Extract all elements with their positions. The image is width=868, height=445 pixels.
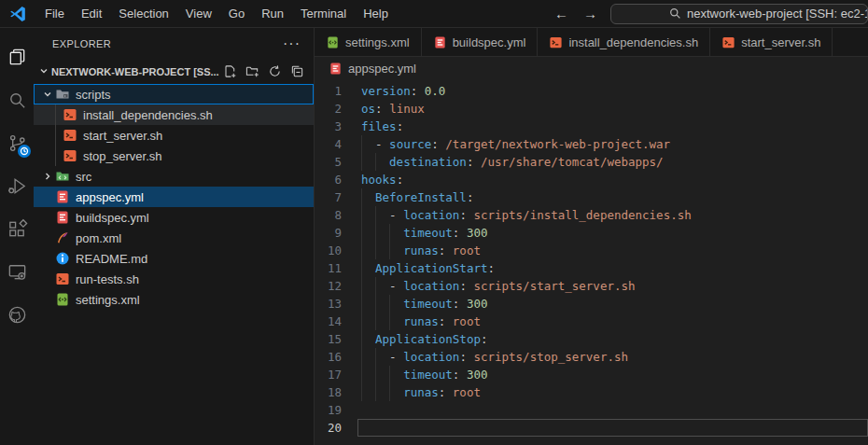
code-line[interactable]: 17timeout: 300 xyxy=(315,366,868,383)
tree-item-stop-server-sh[interactable]: stop_server.sh xyxy=(34,146,314,166)
tree-item-readme-md[interactable]: README.md xyxy=(34,248,314,269)
indent-guide xyxy=(361,206,375,224)
collapse-all-icon[interactable] xyxy=(290,64,304,80)
code-line[interactable]: 7BeforeInstall: xyxy=(315,188,868,206)
yaml-icon xyxy=(55,189,70,204)
code-line[interactable]: 10runas: root xyxy=(315,242,868,259)
line-number: 14 xyxy=(315,313,357,330)
code-line[interactable]: 9timeout: 300 xyxy=(315,224,868,242)
tab-settings-xml[interactable]: settings.xml xyxy=(315,28,422,56)
code-line-text: destination: /usr/share/tomcat/webapps/ xyxy=(357,153,868,171)
code-line[interactable]: 3files: xyxy=(315,118,868,135)
tab-buildspec-yml[interactable]: buildspec.yml xyxy=(422,28,539,56)
menu-selection[interactable]: Selection xyxy=(110,4,176,23)
tree-item-install-dependencies-sh[interactable]: install_dependencies.sh xyxy=(34,104,314,125)
line-number: 4 xyxy=(315,135,357,153)
tree-indent-guide xyxy=(55,104,56,166)
tree-item-scripts[interactable]: scripts xyxy=(34,84,314,104)
code-line-text xyxy=(357,419,868,437)
line-number: 3 xyxy=(315,118,357,135)
shell-icon xyxy=(549,35,563,49)
code-line[interactable]: 20 xyxy=(315,419,868,437)
tree-item-run-tests-sh[interactable]: run-tests.sh xyxy=(34,269,314,289)
search-icon xyxy=(669,7,681,20)
indent-guide xyxy=(361,259,375,277)
code-line[interactable]: 4- source: /target/nextwork-web-project.… xyxy=(315,135,868,153)
code-line[interactable]: 12- location: scripts/start_server.sh xyxy=(315,277,868,295)
line-number: 19 xyxy=(315,401,357,419)
activity-source-control-icon[interactable] xyxy=(0,121,34,164)
tab-bar: settings.xmlbuildspec.ymlinstall_depende… xyxy=(315,28,868,57)
tree-item-label: README.md xyxy=(76,252,147,266)
activity-search-icon[interactable] xyxy=(0,78,34,121)
code-line[interactable]: 2os: linux xyxy=(315,100,868,118)
more-actions-icon[interactable]: ··· xyxy=(283,35,301,52)
menu-run[interactable]: Run xyxy=(253,4,292,23)
indent-guide xyxy=(389,295,403,313)
breadcrumb[interactable]: appspec.yml xyxy=(315,57,868,80)
breadcrumb-label: appspec.yml xyxy=(348,62,416,76)
refresh-icon[interactable] xyxy=(268,64,282,80)
code-line[interactable]: 11ApplicationStart: xyxy=(315,259,868,277)
code-line[interactable]: 6hooks: xyxy=(315,171,868,188)
menu-edit[interactable]: Edit xyxy=(73,4,110,23)
menu-help[interactable]: Help xyxy=(355,4,397,23)
explorer-title: EXPLORER xyxy=(52,38,111,49)
project-root-row[interactable]: NEXTWORK-WEB-PROJECT [SS... xyxy=(34,60,314,84)
menu-terminal[interactable]: Terminal xyxy=(292,4,355,23)
tree-item-buildspec-yml[interactable]: buildspec.yml xyxy=(34,207,314,228)
new-file-icon[interactable] xyxy=(223,64,237,80)
indent-guide xyxy=(375,313,389,330)
search-text: nextwork-web-project [SSH: ec2-13- xyxy=(687,7,868,21)
code-line[interactable]: 16- location: scripts/stop_server.sh xyxy=(315,348,868,366)
code-line[interactable]: 1version: 0.0 xyxy=(315,82,868,100)
code-line[interactable]: 13timeout: 300 xyxy=(315,295,868,313)
yaml-file-icon xyxy=(329,62,343,76)
folder-src-icon xyxy=(55,169,70,184)
command-center-search[interactable]: nextwork-web-project [SSH: ec2-13- xyxy=(610,4,868,24)
activity-extensions-icon[interactable] xyxy=(0,207,34,250)
title-bar: FileEditSelectionViewGoRunTerminalHelp ←… xyxy=(0,0,868,28)
tree-item-label: buildspec.yml xyxy=(76,211,149,225)
activity-run-debug-icon[interactable] xyxy=(0,164,34,207)
new-folder-icon[interactable] xyxy=(245,64,259,80)
tree-item-label: src xyxy=(76,170,91,184)
tree-item-appspec-yml[interactable]: appspec.yml xyxy=(34,187,314,207)
activity-github-icon[interactable] xyxy=(0,293,34,336)
file-tree: scriptsinstall_dependencies.shstart_serv… xyxy=(34,84,314,310)
code-line-text: hooks: xyxy=(357,171,868,188)
code-line[interactable]: 15ApplicationStop: xyxy=(315,330,868,348)
indent-guide xyxy=(375,153,389,171)
indent-guide xyxy=(375,277,389,295)
code-line[interactable]: 5destination: /usr/share/tomcat/webapps/ xyxy=(315,153,868,171)
tab-start-server-sh[interactable]: start_server.sh xyxy=(710,28,833,56)
nav-back-arrow[interactable]: ← xyxy=(554,6,568,21)
indent-guide xyxy=(389,313,403,330)
indent-guide xyxy=(361,188,375,206)
tree-item-settings-xml[interactable]: settings.xml xyxy=(34,289,314,310)
activity-explorer-icon[interactable] xyxy=(0,35,34,78)
tab-install-dependencies-sh[interactable]: install_dependencies.sh xyxy=(538,28,710,56)
menu-file[interactable]: File xyxy=(36,4,73,23)
code-line[interactable]: 19 xyxy=(315,401,868,419)
shell-icon xyxy=(63,148,77,163)
code-line[interactable]: 18runas: root xyxy=(315,383,868,401)
indent-guide xyxy=(361,366,375,383)
tree-item-pom-xml[interactable]: pom.xml xyxy=(34,228,314,248)
menu-go[interactable]: Go xyxy=(220,4,253,23)
code-line[interactable]: 8- location: scripts/install_dependencie… xyxy=(315,206,868,224)
code-line-text: ApplicationStart: xyxy=(357,259,868,277)
tree-item-src[interactable]: src xyxy=(34,166,314,187)
tab-label: install_dependencies.sh xyxy=(568,35,698,49)
menu-view[interactable]: View xyxy=(177,4,220,23)
code-line-text: - location: scripts/start_server.sh xyxy=(357,277,868,295)
code-editor[interactable]: 1version: 0.02os: linux3files:4- source:… xyxy=(315,80,868,445)
nav-forward-arrow[interactable]: → xyxy=(583,6,597,21)
tree-item-start-server-sh[interactable]: start_server.sh xyxy=(34,125,314,146)
activity-remote-explorer-icon[interactable] xyxy=(0,250,34,293)
activity-bar xyxy=(0,28,34,445)
code-line[interactable]: 14runas: root xyxy=(315,313,868,330)
indent-guide xyxy=(361,383,375,401)
pom-icon xyxy=(55,230,70,245)
line-number: 5 xyxy=(315,153,357,171)
